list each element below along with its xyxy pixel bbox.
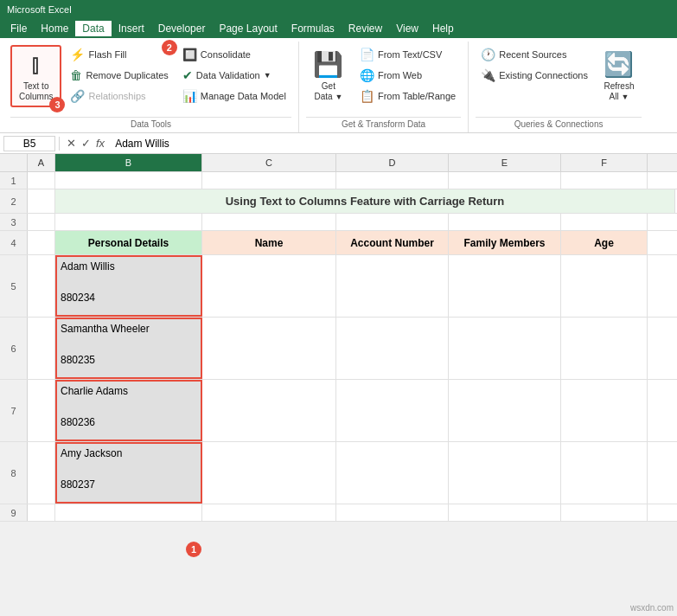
cell-d5[interactable]	[336, 255, 449, 317]
insert-function-icon[interactable]: fx	[96, 137, 105, 150]
row-num-2: 2	[0, 189, 28, 213]
cell-d3[interactable]	[336, 214, 449, 230]
cell-c3[interactable]	[202, 214, 336, 230]
cell-c6[interactable]	[202, 318, 336, 379]
cell-b3[interactable]	[55, 214, 202, 230]
cell-e5[interactable]	[449, 255, 561, 317]
get-data-icon: 💾	[313, 50, 343, 80]
menu-view[interactable]: View	[389, 21, 425, 36]
queries-group-label: Queries & Connections	[476, 117, 642, 132]
manage-data-model-button[interactable]: 📊 Manage Data Model	[177, 87, 291, 106]
cell-a1[interactable]	[28, 172, 55, 189]
cell-e9[interactable]	[449, 504, 561, 521]
cell-d4-header[interactable]: Account Number	[336, 231, 449, 254]
data-validation-dropdown-icon[interactable]: ▼	[264, 71, 271, 80]
confirm-formula-icon[interactable]: ✓	[81, 137, 91, 150]
flash-fill-button[interactable]: ⚡ Flash Fill	[65, 45, 131, 64]
cell-f1[interactable]	[561, 172, 648, 189]
row-num-3: 3	[0, 214, 28, 230]
col-header-f[interactable]: F	[561, 154, 648, 171]
cell-a6[interactable]	[28, 318, 55, 379]
menu-home[interactable]: Home	[34, 21, 75, 36]
cell-e3[interactable]	[449, 214, 561, 230]
cell-f3[interactable]	[561, 214, 648, 230]
data-validation-button[interactable]: ✔ Data Validation ▼	[177, 66, 291, 85]
cell-f9[interactable]	[561, 504, 648, 521]
cell-b2-title[interactable]: Using Text to Columns Feature with Carri…	[55, 189, 675, 213]
col-header-e[interactable]: E	[449, 154, 561, 171]
refresh-all-button[interactable]: 🔄 RefreshAll ▼	[597, 45, 642, 107]
cell-c1[interactable]	[202, 172, 336, 189]
get-data-label: GetData ▼	[314, 81, 342, 102]
cell-e7[interactable]	[449, 380, 561, 441]
cell-a9[interactable]	[28, 504, 55, 521]
cell-b5-value: Adam Willis	[61, 259, 115, 274]
cell-b6[interactable]: Samantha Wheeler 880235 4 35	[55, 318, 202, 379]
menu-page-layout[interactable]: Page Layout	[212, 21, 284, 36]
cell-e1[interactable]	[449, 172, 561, 189]
cell-a8[interactable]	[28, 442, 55, 504]
spreadsheet: A B C D E F 1 2 Using Text to Columns Fe…	[0, 154, 677, 522]
cell-f4-header[interactable]: Age	[561, 231, 648, 254]
formula-input[interactable]	[112, 138, 674, 150]
cell-c7[interactable]	[202, 380, 336, 441]
menu-help[interactable]: Help	[425, 21, 461, 36]
cell-c4-header[interactable]: Name	[202, 231, 336, 254]
from-web-button[interactable]: 🌐 From Web	[354, 66, 461, 85]
cell-reference-input[interactable]	[3, 136, 55, 151]
cell-a4[interactable]	[28, 231, 55, 254]
cell-b7[interactable]: Charlie Adams 880236 5 26	[55, 380, 202, 441]
cell-d8[interactable]	[336, 442, 449, 504]
existing-connections-button[interactable]: 🔌 Existing Connections	[476, 66, 593, 85]
cell-b1[interactable]	[55, 172, 202, 189]
column-headers: A B C D E F	[0, 154, 677, 172]
row-3: 3	[0, 214, 677, 231]
cell-a7[interactable]	[28, 380, 55, 441]
menu-formulas[interactable]: Formulas	[284, 21, 342, 36]
cell-d7[interactable]	[336, 380, 449, 441]
cell-e8[interactable]	[449, 442, 561, 504]
col-header-b[interactable]: B	[55, 154, 202, 171]
cell-d6[interactable]	[336, 318, 449, 379]
header-family-members: Family Members	[463, 237, 545, 249]
row-5: 5 Adam Willis 880234 5 45	[0, 255, 677, 318]
cell-a2[interactable]	[28, 189, 55, 213]
cell-d1[interactable]	[336, 172, 449, 189]
from-table-range-button[interactable]: 📋 From Table/Range	[354, 87, 461, 106]
relationships-button[interactable]: 🔗 Relationships	[65, 87, 173, 106]
cancel-formula-icon[interactable]: ✕	[67, 137, 76, 150]
cell-c5[interactable]	[202, 255, 336, 317]
get-data-button[interactable]: 💾 GetData ▼	[306, 45, 351, 107]
cell-c9[interactable]	[202, 504, 336, 521]
menu-review[interactable]: Review	[342, 21, 389, 36]
recent-sources-icon: 🕐	[481, 48, 495, 61]
cell-f5[interactable]	[561, 255, 648, 317]
cell-f8[interactable]	[561, 442, 648, 504]
col-header-c[interactable]: C	[202, 154, 336, 171]
refresh-all-icon: 🔄	[604, 50, 634, 80]
recent-sources-button[interactable]: 🕐 Recent Sources	[476, 45, 593, 64]
cell-f7[interactable]	[561, 380, 648, 441]
cell-b4-header[interactable]: Personal Details	[55, 231, 202, 254]
cell-a5[interactable]	[28, 255, 55, 317]
from-text-csv-button[interactable]: 📄 From Text/CSV	[354, 45, 461, 64]
menu-data[interactable]: Data	[75, 21, 111, 36]
cell-b8[interactable]: Amy Jackson 880237 3 33	[55, 442, 202, 504]
cell-e4-header[interactable]: Family Members	[449, 231, 561, 254]
consolidate-button[interactable]: 🔲 Consolidate	[177, 45, 291, 64]
cell-a3[interactable]	[28, 214, 55, 230]
cell-c8[interactable]	[202, 442, 336, 504]
col-header-d[interactable]: D	[336, 154, 449, 171]
cell-e6[interactable]	[449, 318, 561, 379]
cell-f6[interactable]	[561, 318, 648, 379]
cell-b9[interactable]	[55, 504, 202, 521]
col-header-a[interactable]: A	[28, 154, 55, 171]
text-to-columns-label: Text toColumns	[19, 81, 53, 102]
menu-file[interactable]: File	[3, 21, 34, 36]
row-2: 2 Using Text to Columns Feature with Car…	[0, 189, 677, 214]
cell-d9[interactable]	[336, 504, 449, 521]
cell-b5[interactable]: Adam Willis 880234 5 45	[55, 255, 202, 317]
menu-insert[interactable]: Insert	[112, 21, 151, 36]
remove-duplicates-button[interactable]: 🗑 Remove Duplicates	[65, 66, 173, 85]
menu-developer[interactable]: Developer	[151, 21, 213, 36]
